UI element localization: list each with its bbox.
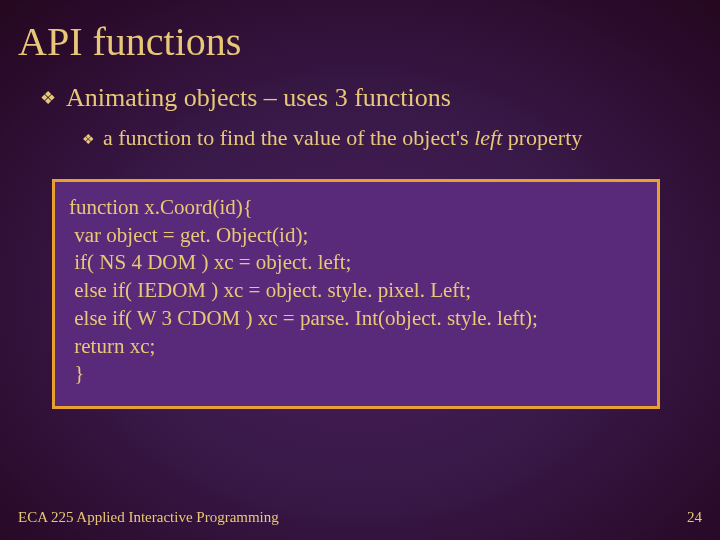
- diamond-bullet-icon: ❖: [82, 133, 95, 147]
- code-line: var object = get. Object(id);: [69, 222, 643, 250]
- code-line: return xc;: [69, 333, 643, 361]
- code-line: if( NS 4 DOM ) xc = object. left;: [69, 249, 643, 277]
- code-line: else if( IEDOM ) xc = object. style. pix…: [69, 277, 643, 305]
- slide-number: 24: [687, 509, 702, 526]
- footer-course: ECA 225 Applied Interactive Programming: [18, 509, 279, 526]
- sub-text-italic: left: [474, 125, 502, 150]
- code-line: }: [69, 360, 643, 388]
- diamond-bullet-icon: ❖: [40, 89, 56, 107]
- sub-bullet-text: a function to find the value of the obje…: [103, 125, 582, 151]
- code-line: else if( W 3 CDOM ) xc = parse. Int(obje…: [69, 305, 643, 333]
- bullet-row: ❖ Animating objects – uses 3 functions: [0, 65, 720, 113]
- sub-text-suffix: property: [502, 125, 582, 150]
- footer: ECA 225 Applied Interactive Programming …: [18, 509, 702, 526]
- code-box: function x.Coord(id){ var object = get. …: [52, 179, 660, 409]
- bullet-text: Animating objects – uses 3 functions: [66, 83, 451, 113]
- code-line: function x.Coord(id){: [69, 194, 643, 222]
- sub-bullet-row: ❖ a function to find the value of the ob…: [0, 113, 720, 151]
- slide-title: API functions: [0, 0, 720, 65]
- sub-text-prefix: a function to find the value of the obje…: [103, 125, 474, 150]
